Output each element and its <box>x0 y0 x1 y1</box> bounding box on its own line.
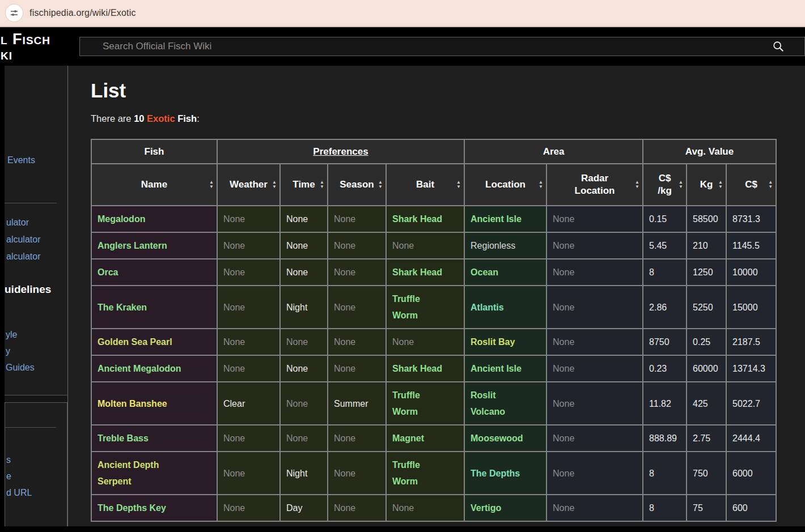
cell-time: None <box>280 206 328 232</box>
column-header-radar[interactable]: Radar Location▲▼ <box>546 164 643 206</box>
location-link[interactable]: The Depths <box>471 465 520 482</box>
name-link[interactable]: The Kraken <box>98 299 147 316</box>
sidebar-link[interactable]: y <box>6 343 35 359</box>
column-header-cs_per_kg[interactable]: C$ /kg▲▼ <box>643 164 687 206</box>
cell-value: 0.23 <box>649 360 667 377</box>
bait-link[interactable]: Magnet <box>392 430 424 446</box>
cell-season: None <box>328 495 386 521</box>
cell-time: None <box>280 232 328 259</box>
name-link[interactable]: Golden Sea Pearl <box>98 334 172 350</box>
cell-value: 2444.4 <box>732 430 760 446</box>
cell-radar: None <box>546 355 643 382</box>
sidebar-link[interactable]: yle <box>6 326 35 343</box>
cell-value: None <box>286 360 308 377</box>
bait-link[interactable]: Shark Head <box>392 264 442 280</box>
cell-cs_per_kg: 2.86 <box>643 286 687 329</box>
sort-icon[interactable]: ▲▼ <box>635 180 639 189</box>
bait-link[interactable]: Shark Head <box>392 211 442 227</box>
location-link[interactable]: Atlantis <box>471 299 504 316</box>
cell-value: 750 <box>693 465 708 482</box>
cell-value: 210 <box>693 237 708 254</box>
column-header-weather[interactable]: Weather▲▼ <box>217 164 280 206</box>
cell-time: None <box>280 382 328 425</box>
cell-location: Roslit Volcano <box>464 382 546 425</box>
sort-icon[interactable]: ▲▼ <box>456 180 461 189</box>
name-link[interactable]: Megalodon <box>98 211 145 227</box>
location-link[interactable]: Roslit Bay <box>471 334 515 350</box>
sidebar-link[interactable]: e <box>6 468 32 484</box>
cell-value: 8731.3 <box>732 211 760 227</box>
cell-cs: 10000 <box>726 259 776 286</box>
cell-value: Summer <box>334 395 368 412</box>
location-link[interactable]: Ocean <box>471 264 498 280</box>
cell-value: 75 <box>693 500 703 516</box>
cell-bait: None <box>386 232 464 259</box>
name-link[interactable]: The Depths Key <box>98 500 166 516</box>
url-text[interactable]: fischipedia.org/wiki/Exotic <box>29 8 136 18</box>
sidebar-link[interactable]: Events <box>7 154 35 167</box>
sort-icon[interactable]: ▲▼ <box>320 180 324 189</box>
intro-text: There are 10 Exotic Fish: <box>91 113 805 124</box>
sidebar-link[interactable]: ulator <box>6 214 40 231</box>
bait-link[interactable]: Truffle Worm <box>392 291 443 324</box>
column-header-bait[interactable]: Bait▲▼ <box>386 164 464 206</box>
cell-value: 0.15 <box>649 211 667 227</box>
column-header-location[interactable]: Location▲▼ <box>464 164 546 206</box>
group-header-area: Area <box>464 139 643 164</box>
sidebar-group-2: ulatoralculatoralculator <box>6 214 40 265</box>
name-link[interactable]: Molten Banshee <box>98 395 167 412</box>
sort-icon[interactable]: ▲▼ <box>378 180 383 189</box>
intro-segment: Fish <box>177 113 197 124</box>
sort-icon[interactable]: ▲▼ <box>718 180 723 189</box>
search-input[interactable] <box>79 37 805 56</box>
cell-value: 60000 <box>693 360 718 377</box>
sort-icon[interactable]: ▲▼ <box>768 180 773 189</box>
bait-link[interactable]: Truffle Worm <box>392 457 443 490</box>
sort-icon[interactable]: ▲▼ <box>272 180 277 189</box>
search-icon[interactable] <box>772 40 785 55</box>
name-link[interactable]: Anglers Lantern <box>98 237 167 254</box>
cell-value: 8 <box>649 264 654 280</box>
sidebar-link[interactable]: alculator <box>6 231 40 248</box>
cell-location: Roslit Bay <box>464 329 546 355</box>
site-info-icon[interactable] <box>6 5 23 22</box>
cell-season: None <box>328 286 386 329</box>
name-link[interactable]: Treble Bass <box>98 430 149 446</box>
column-header-kg[interactable]: Kg▲▼ <box>687 164 726 206</box>
sidebar-link[interactable]: s <box>6 452 32 468</box>
bait-link[interactable]: Truffle Worm <box>392 387 443 420</box>
location-link[interactable]: Roslit Volcano <box>471 387 524 420</box>
sidebar-link[interactable]: d URL <box>6 484 32 501</box>
name-link[interactable]: Ancient Depth Serpent <box>98 457 191 490</box>
sort-icon[interactable]: ▲▼ <box>209 180 214 189</box>
group-header-preferences[interactable]: Preferences <box>217 139 464 164</box>
cell-bait: None <box>386 329 464 355</box>
cell-value: None <box>334 465 355 482</box>
cell-value: Regionless <box>471 237 515 254</box>
cell-value: None <box>392 237 414 254</box>
site-logo[interactable]: l Fisch ki <box>0 31 79 62</box>
location-link[interactable]: Moosewood <box>471 430 523 446</box>
cell-location: Ancient Isle <box>464 206 546 232</box>
column-header-cs[interactable]: C$▲▼ <box>726 164 776 206</box>
cell-kg: 2.75 <box>687 425 726 452</box>
column-header-name[interactable]: Name▲▼ <box>91 164 217 206</box>
location-link[interactable]: Ancient Isle <box>471 211 522 227</box>
exotic-fish-table: FishPreferencesAreaAvg. Value Name▲▼Weat… <box>91 139 777 522</box>
bait-link[interactable]: Shark Head <box>392 360 442 377</box>
divider <box>5 203 57 203</box>
sidebar-link[interactable]: alculator <box>6 248 40 265</box>
cell-value: 5.45 <box>649 237 667 254</box>
location-link[interactable]: Ancient Isle <box>471 360 522 377</box>
sidebar-link[interactable]: Guides <box>6 359 35 376</box>
name-link[interactable]: Ancient Megalodon <box>98 360 181 377</box>
sort-icon[interactable]: ▲▼ <box>539 180 543 189</box>
sidebar-heading: uidelines <box>5 283 51 296</box>
name-link[interactable]: Orca <box>98 264 118 280</box>
column-header-season[interactable]: Season▲▼ <box>328 164 386 206</box>
location-link[interactable]: Vertigo <box>471 500 501 516</box>
column-header-label: Name <box>141 178 167 191</box>
column-header-time[interactable]: Time▲▼ <box>280 164 328 206</box>
sort-icon[interactable]: ▲▼ <box>679 180 683 189</box>
group-header-label: Area <box>543 146 565 157</box>
